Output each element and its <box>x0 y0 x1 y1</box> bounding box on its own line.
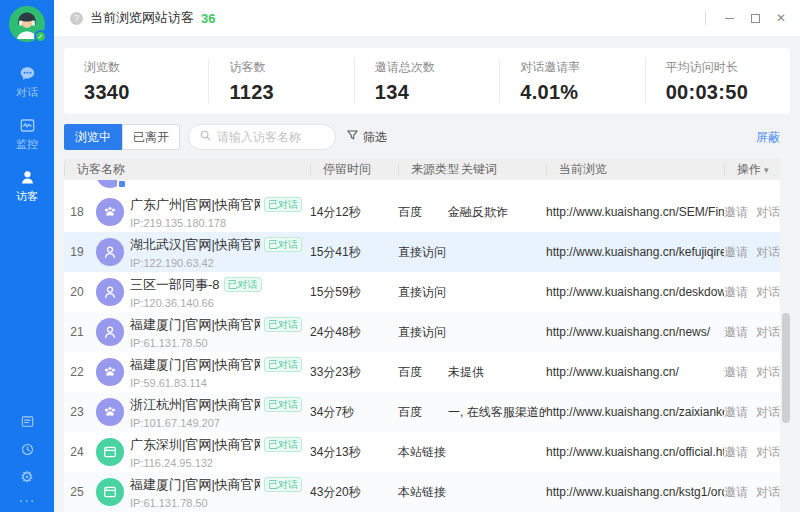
sidebar-item-visitor[interactable]: 访客 <box>0 160 54 212</box>
invite-action[interactable]: 邀请 <box>724 404 748 421</box>
filter-button[interactable]: 筛选 <box>346 124 387 150</box>
invite-action[interactable]: 邀请 <box>724 444 748 461</box>
table-row[interactable]: 20 三区一部同事-8 已对话 IP:120.36.140.66 15分59秒 … <box>64 272 780 312</box>
chat-action[interactable]: 对话 <box>756 364 780 381</box>
visitor-icon <box>19 169 36 186</box>
row-index: 22 <box>64 365 90 379</box>
block-link[interactable]: 屏蔽 <box>756 124 780 150</box>
message-board-icon[interactable] <box>18 412 36 430</box>
stat-invites: 邀请总次数 134 <box>354 59 499 103</box>
visitor-count: 36 <box>201 11 215 26</box>
user-avatar[interactable]: ✓ <box>9 6 45 42</box>
chat-action[interactable]: 对话 <box>756 204 780 221</box>
visitor-table: 访客名称 停留时间 来源类型 关键词 当前浏览 操作▾ <box>64 158 780 512</box>
scrollbar-thumb[interactable] <box>782 313 790 423</box>
chatted-badge: 已对话 <box>264 397 302 412</box>
visitor-name: 三区一部同事-8 <box>130 276 220 294</box>
keyword: 金融反欺诈 <box>448 204 546 221</box>
invite-action[interactable]: 邀请 <box>724 244 748 261</box>
table-row[interactable]: 25 福建厦门|官网|快商官网(... 已对话 IP:61.131.78.50 … <box>64 472 780 512</box>
invite-action[interactable]: 邀请 <box>724 284 748 301</box>
sidebar-nav: 对话 监控 访客 <box>0 56 54 212</box>
person-icon <box>102 244 118 260</box>
chat-action[interactable]: 对话 <box>756 404 780 421</box>
visitor-ip: IP:117.136.86.130 <box>130 180 304 182</box>
stat-pageviews: 浏览数 3340 <box>64 59 208 103</box>
current-page-url: http://www.kuaishang.cn/news/ <box>546 325 724 339</box>
minimize-button[interactable] <box>716 0 742 36</box>
maximize-icon <box>751 14 760 23</box>
app-window: ✓ 对话 监控 <box>0 0 800 512</box>
visitor-avatar <box>96 318 124 346</box>
visitor-avatar <box>96 198 124 226</box>
sidebar-item-label: 对话 <box>16 85 38 100</box>
tab-left[interactable]: 已离开 <box>122 124 180 150</box>
chat-action[interactable]: 对话 <box>756 244 780 261</box>
chat-action[interactable]: 对话 <box>756 444 780 461</box>
history-icon[interactable] <box>18 440 36 458</box>
search-input[interactable] <box>217 130 325 144</box>
chat-action[interactable]: 对话 <box>756 484 780 501</box>
header-source: 来源类型 <box>398 163 448 176</box>
invite-action[interactable]: 邀请 <box>724 484 748 501</box>
header-visitor-name: 访客名称 <box>64 163 310 176</box>
person-icon <box>102 324 118 340</box>
chatted-badge: 已对话 <box>264 317 302 332</box>
row-index: 20 <box>64 285 90 299</box>
current-page-url: http://www.kuaishang.cn/SEM/Finance... <box>546 205 724 219</box>
table-row[interactable]: 21 福建厦门|官网|快商官网(... 已对话 IP:61.131.78.50 … <box>64 312 780 352</box>
visitor-ip: IP:219.135.180.178 <box>130 217 304 229</box>
maximize-button[interactable] <box>742 0 768 36</box>
visitor-ip: IP:120.36.140.66 <box>130 297 304 309</box>
row-index: 19 <box>64 245 90 259</box>
current-page-url: http://www.kuaishang.cn/deskdownloa... <box>546 285 724 299</box>
current-page-url: http://www.kuaishang.cn/kstg1/order/ <box>546 485 724 499</box>
stat-avg-duration: 平均访问时长 00:03:50 <box>645 59 790 103</box>
table-row-partial[interactable]: IP:117.136.86.130 <box>64 180 780 192</box>
header-actions[interactable]: 操作▾ <box>724 163 780 176</box>
visitor-ip: IP:61.131.78.50 <box>130 497 304 509</box>
sidebar-item-label: 监控 <box>16 137 38 152</box>
stat-visitors: 访客数 1123 <box>208 59 353 103</box>
visitor-avatar <box>96 478 124 506</box>
table-row[interactable]: 22 福建厦门|官网|快商官网... 已对话 IP:59.61.83.114 3… <box>64 352 780 392</box>
current-page-url: http://www.kuaishang.cn/official.html <box>546 445 724 459</box>
table-header: 访客名称 停留时间 来源类型 关键词 当前浏览 操作▾ <box>64 158 780 180</box>
stay-duration: 34分7秒 <box>310 404 398 421</box>
source-type: 百度 <box>398 364 448 381</box>
row-index: 23 <box>64 405 90 419</box>
invite-action[interactable]: 邀请 <box>724 364 748 381</box>
chat-action[interactable]: 对话 <box>756 284 780 301</box>
table-row[interactable]: 24 广东深圳|官网|快商官网... 已对话 IP:116.24.95.132 … <box>64 432 780 472</box>
filter-icon <box>346 129 359 145</box>
scrollbar-track <box>781 158 791 512</box>
page-title: 当前浏览网站访客 <box>90 9 194 27</box>
settings-icon[interactable]: ⚙ <box>18 468 36 486</box>
invite-action[interactable]: 邀请 <box>724 204 748 221</box>
online-status-icon: ✓ <box>34 30 47 43</box>
monitor-icon <box>19 117 36 134</box>
source-type: 本站链接 <box>398 444 448 461</box>
more-icon[interactable]: ··· <box>19 496 36 504</box>
sidebar-item-monitor[interactable]: 监控 <box>0 108 54 160</box>
stay-duration: 33分23秒 <box>310 364 398 381</box>
chatted-badge: 已对话 <box>264 477 302 492</box>
table-row[interactable]: 19 湖北武汉|官网|快商官网(... 已对话 IP:122.190.63.42… <box>64 232 780 272</box>
keyword: 一, 在线客服渠道的重... <box>448 404 546 421</box>
visitor-ip: IP:116.24.95.132 <box>130 457 304 469</box>
paw-icon <box>102 364 118 380</box>
help-icon[interactable]: ? <box>70 12 83 25</box>
sidebar-item-chat[interactable]: 对话 <box>0 56 54 108</box>
visitor-name: 福建厦门|官网|快商官网(... <box>130 316 260 334</box>
source-type: 直接访问 <box>398 324 448 341</box>
invite-action[interactable]: 邀请 <box>724 324 748 341</box>
table-row[interactable]: 23 浙江杭州|官网|快商官网(... 已对话 IP:101.67.149.20… <box>64 392 780 432</box>
close-button[interactable]: ✕ <box>768 0 794 36</box>
sidebar: ✓ 对话 监控 <box>0 0 54 512</box>
chat-action[interactable]: 对话 <box>756 324 780 341</box>
visitor-name: 广东深圳|官网|快商官网... <box>130 436 260 454</box>
tab-browsing[interactable]: 浏览中 <box>64 124 122 150</box>
row-index: 25 <box>64 485 90 499</box>
table-row[interactable]: 18 广东广州|官网|快商官网(... 已对话 IP:219.135.180.1… <box>64 192 780 232</box>
row-index: 18 <box>64 205 90 219</box>
